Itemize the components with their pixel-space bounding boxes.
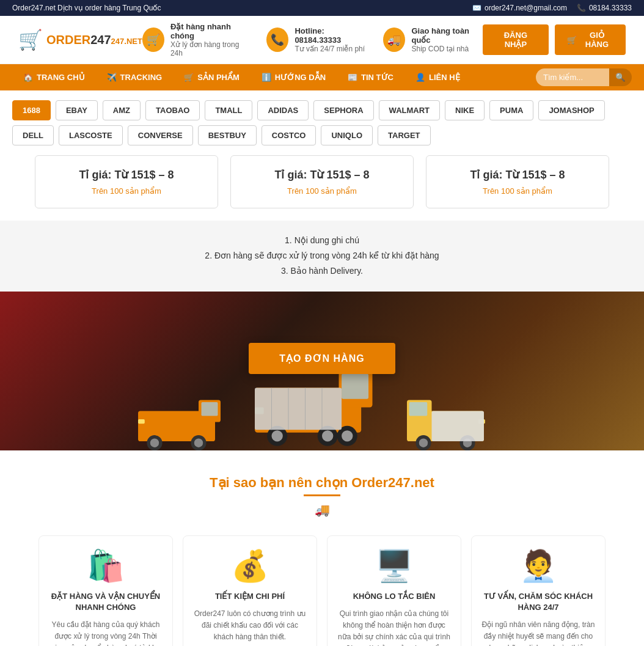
feature-order-sub: Xử lý đơn hàng trong 24h bbox=[170, 40, 248, 57]
why-card-title-0: ĐẶT HÀNG VÀ VẬN CHUYỂN NHANH CHÓNG bbox=[49, 591, 163, 613]
shop-btn-taobao[interactable]: TAOBAO bbox=[145, 100, 200, 120]
notes-section: 1. Nội dung ghi chú 2. Đơn hàng sẽ được … bbox=[0, 221, 644, 292]
truck-right-svg bbox=[401, 377, 511, 450]
svg-rect-18 bbox=[255, 387, 342, 430]
svg-point-6 bbox=[194, 438, 203, 447]
price-card-1: Tỉ giá: Từ 151$ – 8 Trên 100 sản phẩm bbox=[35, 155, 218, 208]
top-bar: Order247.net Dịch vụ order hàng Trung Qu… bbox=[0, 0, 644, 16]
shop-btn-amz[interactable]: AMZ bbox=[103, 100, 141, 120]
svg-point-16 bbox=[342, 430, 353, 441]
nav-contact[interactable]: 👤 LIÊN HỆ bbox=[404, 64, 471, 90]
svg-point-14 bbox=[322, 430, 333, 441]
svg-point-12 bbox=[272, 430, 283, 441]
shop-btn-ebay[interactable]: EBAY bbox=[56, 100, 98, 120]
shop-btn-sephora[interactable]: SEPHORA bbox=[313, 100, 373, 120]
shop-btn-walmart[interactable]: WALMART bbox=[379, 100, 440, 120]
why-card-title-1: TIẾT KIỆM CHI PHÍ bbox=[193, 591, 307, 602]
logo-text: ORDER247247.NET bbox=[46, 33, 142, 47]
guide-icon: ℹ️ bbox=[262, 73, 271, 82]
shop-btn-dell[interactable]: DELL bbox=[12, 125, 54, 145]
nav-guide[interactable]: ℹ️ HƯỚNG DẪN bbox=[251, 64, 337, 90]
shop-btn-target[interactable]: TARGET bbox=[378, 125, 430, 145]
svg-rect-7 bbox=[138, 419, 145, 424]
why-card-desc-2: Qui trình giao nhận của chúng tôi không … bbox=[337, 608, 451, 646]
note-3: 3. Bảo hành Delivery. bbox=[12, 263, 632, 279]
shop-btn-costco[interactable]: COSTCO bbox=[262, 125, 317, 145]
header-features: 🛒 Đặt hàng nhanh chóng Xử lý đơn hàng tr… bbox=[142, 22, 483, 57]
nav-home[interactable]: 🏠 TRANG CHỦ bbox=[12, 64, 96, 90]
price-value-3: Tỉ giá: Từ 151$ – 8 bbox=[439, 168, 596, 182]
svg-rect-25 bbox=[409, 402, 428, 416]
logo[interactable]: 🛒 ORDER247247.NET bbox=[18, 28, 142, 51]
login-button[interactable]: ĐĂNG NHẬP bbox=[483, 24, 549, 55]
why-card-desc-3: Đội ngũ nhân viên năng động, tràn đầy nh… bbox=[481, 619, 595, 646]
home-icon: 🏠 bbox=[23, 73, 33, 82]
feature-hotline: 📞 Hotline: 08184.33333 Tư vấn 24/7 miễn … bbox=[266, 26, 365, 53]
shop-btn-nike[interactable]: NIKE bbox=[445, 100, 485, 120]
why-title: Tại sao bạn nên chọn Order247.net bbox=[12, 475, 632, 491]
why-card-icon-0: 🛍️ bbox=[49, 548, 163, 584]
shop-btn-jomashop[interactable]: JOMASHOP bbox=[538, 100, 604, 120]
nav-news[interactable]: 📰 TIN TỨC bbox=[337, 64, 404, 90]
shop-btn-lascoste[interactable]: LASCOSTE bbox=[59, 125, 123, 145]
feature-order-title: Đặt hàng nhanh chóng bbox=[170, 22, 248, 40]
hotline-icon: 📞 bbox=[266, 28, 288, 52]
svg-point-27 bbox=[419, 438, 428, 447]
why-card-3: 🧑‍💼 TƯ VẤN, CHĂM SÓC KHÁCH HÀNG 24/7 Đội… bbox=[471, 535, 606, 646]
cart-logo-icon: 🛒 bbox=[18, 28, 43, 51]
contact-icon: 👤 bbox=[415, 73, 425, 82]
cart-button[interactable]: 🛒 GIỎ HÀNG bbox=[555, 24, 626, 55]
price-value-1: Tỉ giá: Từ 151$ – 8 bbox=[48, 168, 205, 182]
price-card-3: Tỉ giá: Từ 151$ – 8 Trên 100 sản phẩm bbox=[426, 155, 609, 208]
why-card-icon-3: 🧑‍💼 bbox=[481, 548, 595, 584]
shop-btn-1688[interactable]: 1688 bbox=[12, 100, 51, 120]
shop-btn-tmall[interactable]: TMALL bbox=[205, 100, 252, 120]
search-input[interactable] bbox=[536, 68, 609, 86]
top-bar-right: ✉️ order247.net@gmail.com 📞 08184.33333 bbox=[472, 4, 632, 12]
feature-hotline-title: Hotline: 08184.33333 bbox=[295, 26, 365, 45]
svg-point-4 bbox=[150, 438, 159, 447]
search-button[interactable]: 🔍 bbox=[609, 68, 632, 86]
why-card-desc-0: Yêu cầu đặt hàng của quý khách được xử l… bbox=[49, 619, 163, 646]
svg-rect-10 bbox=[342, 373, 368, 398]
svg-rect-2 bbox=[202, 402, 218, 416]
delivery-icon: 🚚 bbox=[383, 28, 405, 52]
note-1: 1. Nội dung ghi chú bbox=[12, 233, 632, 248]
why-card-title-2: KHÔNG LO TẮC BIÊN bbox=[337, 591, 451, 602]
note-2: 2. Đơn hàng sẽ được xử lý trong vòng 24h… bbox=[12, 248, 632, 263]
email-icon: ✉️ bbox=[472, 4, 481, 12]
feature-delivery-title: Giao hàng toàn quốc bbox=[411, 26, 482, 45]
nav-products[interactable]: 🛒 SẢN PHẨM bbox=[173, 64, 251, 90]
tracking-icon: ✈️ bbox=[107, 73, 117, 82]
why-cards: 🛍️ ĐẶT HÀNG VÀ VẬN CHUYỂN NHANH CHÓNG Yê… bbox=[12, 535, 632, 646]
why-divider bbox=[304, 494, 340, 496]
email-contact: ✉️ order247.net@gmail.com bbox=[472, 4, 567, 12]
top-bar-left: Order247.net Dịch vụ order hàng Trung Qu… bbox=[12, 4, 161, 12]
shop-buttons: 1688EBAYAMZTAOBAOTMALLADIDASSEPHORAWALMA… bbox=[0, 90, 644, 155]
feature-delivery: 🚚 Giao hàng toàn quốc Ship COD tại nhà bbox=[383, 26, 482, 53]
price-value-2: Tỉ giá: Từ 151$ – 8 bbox=[243, 168, 401, 182]
svg-rect-31 bbox=[432, 411, 485, 441]
phone-icon: 📞 bbox=[577, 4, 586, 12]
shop-btn-converse[interactable]: CONVERSE bbox=[128, 125, 193, 145]
price-desc-3: Trên 100 sản phẩm bbox=[439, 186, 596, 196]
header-buttons: ĐĂNG NHẬP 🛒 GIỎ HÀNG bbox=[483, 24, 626, 55]
header: 🛒 ORDER247247.NET 🛒 Đặt hàng nhanh chóng… bbox=[0, 16, 644, 64]
shop-btn-puma[interactable]: PUMA bbox=[489, 100, 533, 120]
shop-btn-bestbuy[interactable]: BESTBUY bbox=[198, 125, 257, 145]
navbar: 🏠 TRANG CHỦ ✈️ TRACKING 🛒 SẢN PHẨM ℹ️ HƯ… bbox=[0, 64, 644, 90]
why-section: Tại sao bạn nên chọn Order247.net 🚚 🛍️ Đ… bbox=[0, 450, 644, 646]
feature-delivery-sub: Ship COD tại nhà bbox=[411, 45, 482, 53]
nav-tracking[interactable]: ✈️ TRACKING bbox=[96, 64, 174, 90]
price-cards: Tỉ giá: Từ 151$ – 8 Trên 100 sản phẩm Tỉ… bbox=[0, 155, 644, 221]
order-icon: 🛒 bbox=[142, 28, 164, 52]
feature-order: 🛒 Đặt hàng nhanh chóng Xử lý đơn hàng tr… bbox=[142, 22, 248, 57]
why-card-icon-2: 🖥️ bbox=[337, 548, 451, 584]
hero-section: TẠO ĐƠN HÀNG bbox=[0, 292, 644, 450]
shop-btn-uniqlo[interactable]: UNIQLO bbox=[321, 125, 373, 145]
why-card-title-3: TƯ VẤN, CHĂM SÓC KHÁCH HÀNG 24/7 bbox=[481, 591, 595, 613]
why-card-1: 💰 TIẾT KIỆM CHI PHÍ Order247 luôn có chư… bbox=[183, 535, 317, 646]
price-desc-2: Trên 100 sản phẩm bbox=[243, 186, 401, 196]
create-order-button[interactable]: TẠO ĐƠN HÀNG bbox=[249, 343, 395, 374]
shop-btn-adidas[interactable]: ADIDAS bbox=[257, 100, 309, 120]
